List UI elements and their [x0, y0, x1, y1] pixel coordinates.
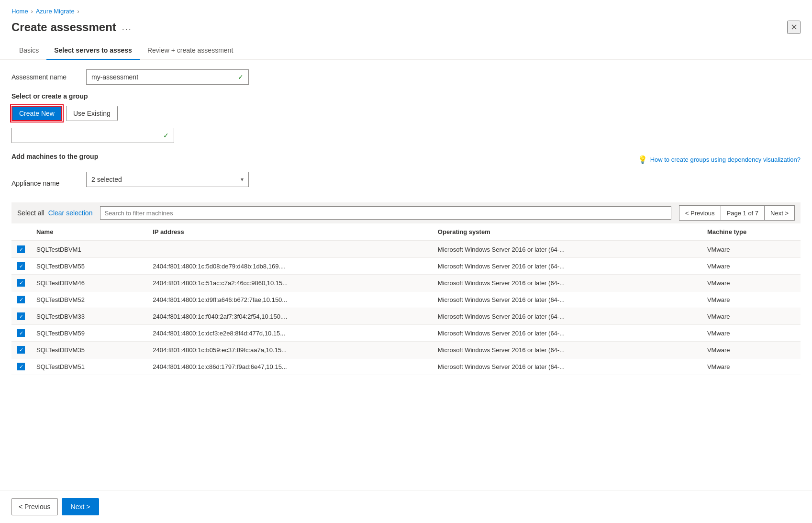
page-title-area: Create assessment ... [11, 21, 132, 34]
row-name: SQLTestDBVM52 [31, 291, 147, 308]
group-name-input[interactable]: mygroup-1 ✓ [11, 128, 174, 143]
row-os: Microsoft Windows Server 2016 or later (… [432, 358, 701, 375]
row-checkbox-cell [11, 325, 31, 342]
footer-previous-button[interactable]: < Previous [11, 498, 58, 515]
table-row: SQLTestDBVM1Microsoft Windows Server 201… [11, 241, 801, 258]
page-menu-icon[interactable]: ... [122, 22, 132, 33]
table-row: SQLTestDBVM552404:f801:4800:1c:5d08:de79… [11, 258, 801, 275]
row-machine-type: VMware [701, 358, 801, 375]
appliance-label: Appliance name [11, 179, 78, 187]
row-name: SQLTestDBVM59 [31, 325, 147, 342]
appliance-dropdown[interactable]: 2 selected ▾ [86, 172, 249, 187]
row-name: SQLTestDBVM33 [31, 308, 147, 325]
table-header-row: Name IP address Operating system Machine… [11, 223, 801, 241]
dependency-viz-link[interactable]: 💡 How to create groups using dependency … [638, 155, 801, 164]
use-existing-button[interactable]: Use Existing [66, 106, 118, 121]
tabs-bar: Basics Select servers to assess Review +… [0, 42, 812, 60]
row-machine-type: VMware [701, 325, 801, 342]
tab-review[interactable]: Review + create assessment [140, 42, 241, 60]
close-button[interactable]: ✕ [787, 21, 801, 34]
row-checkbox-cell [11, 258, 31, 275]
machines-section-title: Add machines to the group [11, 153, 98, 160]
row-checkbox[interactable] [17, 312, 25, 320]
machines-table: Name IP address Operating system Machine… [11, 223, 801, 375]
table-row: SQLTestDBVM522404:f801:4800:1c:d9ff:a646… [11, 291, 801, 308]
create-new-button[interactable]: Create New [11, 106, 62, 121]
row-ip: 2404:f801:4800:1c:f040:2af7:3f04:2f54,10… [147, 308, 432, 325]
machines-section-header: Add machines to the group 💡 How to creat… [11, 153, 801, 166]
search-input[interactable] [104, 210, 667, 217]
row-checkbox-cell [11, 241, 31, 258]
row-machine-type: VMware [701, 258, 801, 275]
page-info: Page 1 of 7 [721, 205, 765, 221]
breadcrumb-home[interactable]: Home [11, 8, 28, 15]
breadcrumb: Home › Azure Migrate › [0, 0, 812, 19]
assessment-name-input[interactable]: my-assessment ✓ [86, 69, 249, 85]
row-checkbox-cell [11, 275, 31, 291]
tab-select-servers[interactable]: Select servers to assess [46, 42, 140, 60]
row-os: Microsoft Windows Server 2016 or later (… [432, 291, 701, 308]
row-ip: 2404:f801:4800:1c:51ac:c7a2:46cc:9860,10… [147, 275, 432, 291]
row-checkbox[interactable] [17, 279, 25, 287]
row-checkbox[interactable] [17, 329, 25, 337]
row-os: Microsoft Windows Server 2016 or later (… [432, 275, 701, 291]
col-header-os: Operating system [432, 223, 701, 241]
content-area: Assessment name my-assessment ✓ Select o… [0, 69, 812, 490]
row-checkbox[interactable] [17, 245, 25, 253]
help-link-text: How to create groups using dependency vi… [650, 156, 801, 163]
row-os: Microsoft Windows Server 2016 or later (… [432, 241, 701, 258]
row-checkbox[interactable] [17, 363, 25, 370]
group-name-check: ✓ [163, 132, 169, 139]
previous-page-button[interactable]: < Previous [679, 205, 721, 221]
row-checkbox[interactable] [17, 296, 25, 303]
row-ip: 2404:f801:4800:1c:5d08:de79:d48b:1db8,16… [147, 258, 432, 275]
next-page-button[interactable]: Next > [764, 205, 795, 221]
row-machine-type: VMware [701, 342, 801, 358]
footer-next-button[interactable]: Next > [62, 498, 100, 515]
group-name-field[interactable]: mygroup-1 [17, 132, 159, 139]
page-title: Create assessment [11, 21, 116, 34]
clear-selection-link[interactable]: Clear selection [48, 209, 93, 217]
table-row: SQLTestDBVM592404:f801:4800:1c:dcf3:e2e8… [11, 325, 801, 342]
breadcrumb-sep-2: › [78, 8, 79, 15]
tab-basics[interactable]: Basics [11, 42, 46, 60]
row-machine-type: VMware [701, 241, 801, 258]
row-os: Microsoft Windows Server 2016 or later (… [432, 325, 701, 342]
row-machine-type: VMware [701, 275, 801, 291]
assessment-name-check: ✓ [238, 73, 244, 81]
row-machine-type: VMware [701, 308, 801, 325]
page-header: Create assessment ... ✕ [0, 19, 812, 42]
table-row: SQLTestDBVM332404:f801:4800:1c:f040:2af7… [11, 308, 801, 325]
select-all-link[interactable]: Select all [17, 209, 44, 217]
row-name: SQLTestDBVM1 [31, 241, 147, 258]
row-checkbox[interactable] [17, 262, 25, 270]
row-name: SQLTestDBVM46 [31, 275, 147, 291]
row-name: SQLTestDBVM55 [31, 258, 147, 275]
row-ip: 2404:f801:4800:1c:dcf3:e2e8:8f4d:477d,10… [147, 325, 432, 342]
row-ip [147, 241, 432, 258]
table-row: SQLTestDBVM512404:f801:4800:1c:c86d:1797… [11, 358, 801, 375]
page-footer: < Previous Next > [0, 490, 812, 523]
row-checkbox-cell [11, 308, 31, 325]
dropdown-arrow-icon: ▾ [241, 176, 244, 183]
row-checkbox-cell [11, 291, 31, 308]
row-checkbox[interactable] [17, 346, 25, 354]
breadcrumb-azure-migrate[interactable]: Azure Migrate [36, 8, 75, 15]
assessment-name-value: my-assessment [91, 73, 138, 81]
search-filter[interactable] [100, 206, 671, 220]
col-header-type: Machine type [701, 223, 801, 241]
table-body: SQLTestDBVM1Microsoft Windows Server 201… [11, 241, 801, 375]
row-name: SQLTestDBVM35 [31, 342, 147, 358]
col-header-checkbox [11, 223, 31, 241]
pagination-controls: < Previous Page 1 of 7 Next > [679, 205, 795, 221]
row-machine-type: VMware [701, 291, 801, 308]
row-os: Microsoft Windows Server 2016 or later (… [432, 258, 701, 275]
row-ip: 2404:f801:4800:1c:d9ff:a646:b672:7fae,10… [147, 291, 432, 308]
table-row: SQLTestDBVM462404:f801:4800:1c:51ac:c7a2… [11, 275, 801, 291]
appliance-name-row: Appliance name 2 selected ▾ [11, 172, 801, 195]
col-header-ip: IP address [147, 223, 432, 241]
col-header-name: Name [31, 223, 147, 241]
assessment-name-row: Assessment name my-assessment ✓ [11, 69, 801, 85]
row-checkbox-cell [11, 342, 31, 358]
group-btn-group: Create New Use Existing [11, 106, 801, 121]
